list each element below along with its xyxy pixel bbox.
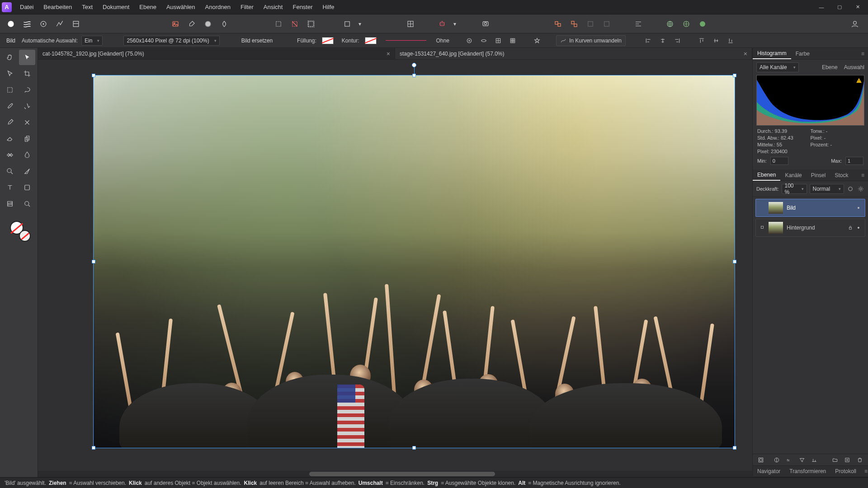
persona-tonemapping-icon[interactable] [52,18,67,30]
layer-row-bild[interactable]: Bild [755,199,865,217]
close-tab-2-icon[interactable]: × [744,50,747,57]
histogram-link-ebene[interactable]: Ebene [822,64,838,70]
resolution-dropdown[interactable]: 2560x1440 Pixel @ 72 dpi (100%) [123,36,219,46]
tab-navigator[interactable]: Navigator [753,466,785,477]
align-middle-icon[interactable] [711,36,722,46]
visible-dot-icon[interactable] [856,225,861,230]
add-layer-icon[interactable] [843,455,852,465]
menu-ebene[interactable]: Ebene [135,0,161,14]
healing-tool-icon[interactable] [2,147,18,163]
menu-ansicht[interactable]: Ansicht [259,0,288,14]
align-left-icon[interactable] [643,36,654,46]
convert-to-curves-button[interactable]: In Kurven umwandeln [556,35,626,46]
clone-tool-icon[interactable] [19,131,35,146]
document-tab-2[interactable]: stage-1531427_640.jpg [Geändert] (57.0%)… [395,48,752,59]
marquee-tool-icon[interactable] [2,82,18,98]
photo-tool-icon[interactable] [168,18,183,30]
assistant-icon[interactable] [435,18,449,30]
assets-boxes-b-icon[interactable] [567,18,581,30]
tab-stock[interactable]: Stock [830,169,853,181]
align-center-icon[interactable] [657,36,668,46]
star-icon[interactable] [532,36,542,46]
menu-auswaehlen[interactable]: Auswählen [162,0,200,14]
footer-panel-menu-icon[interactable]: ≡ [861,468,868,474]
selection-mode-b-icon[interactable] [288,18,302,30]
blend-mode-dropdown[interactable]: Normal [810,184,844,194]
document-tab-1[interactable]: cat-1045782_1920.jpg [Geändert] (75.0%) … [38,48,395,59]
picker-tool-icon[interactable] [184,18,199,30]
move-tool-icon[interactable] [19,50,35,65]
assistant-dropdown-icon[interactable]: ▾ [451,18,458,30]
flood-select-tool-icon[interactable] [19,99,35,114]
globe-mid-icon[interactable] [679,18,693,30]
assets-boxes-a-icon[interactable] [551,18,565,30]
paint-brush-tool-icon[interactable] [2,115,18,130]
window-maximize[interactable]: ▢ [831,0,848,14]
selection-mode-a-icon[interactable] [271,18,286,30]
visible-dot-icon[interactable] [856,205,861,211]
window-close[interactable]: ✕ [849,0,866,14]
crop-mode-icon[interactable] [340,18,354,30]
assets-boxes-disabled-icon[interactable] [583,18,598,30]
hide-selection-icon[interactable] [478,36,489,46]
histogram-panel-menu-icon[interactable]: ≡ [858,51,868,57]
shape-tool-icon[interactable] [19,180,35,195]
stroke-swatch[interactable] [365,37,377,44]
menu-anordnen[interactable]: Anordnen [201,0,235,14]
grid-icon[interactable] [493,36,504,46]
close-tab-1-icon[interactable]: × [387,50,390,57]
assets-boxes-disabled2-icon[interactable] [599,18,614,30]
node-tool-icon[interactable] [2,66,18,81]
selection-brush-tool-icon[interactable] [2,99,18,114]
align-right-icon[interactable] [672,36,683,46]
tab-farbe[interactable]: Farbe [791,48,814,59]
globe-dark-icon[interactable] [695,18,710,30]
menu-hilfe[interactable]: Hilfe [318,0,339,14]
blur-tool-icon[interactable] [19,147,35,163]
replace-image-button[interactable]: Bild ersetzen [238,36,276,46]
persona-photo-icon[interactable] [4,18,18,30]
grid-dense-icon[interactable] [507,36,518,46]
menu-text[interactable]: Text [77,0,97,14]
refine-tool-icon[interactable] [217,18,231,30]
persona-liquify-icon[interactable] [20,18,34,30]
layers-panel-menu-icon[interactable]: ≡ [858,172,868,178]
canvas[interactable] [38,60,752,471]
divide-tool-icon[interactable] [403,18,418,30]
menu-datei[interactable]: Datei [15,0,38,14]
color-swatch-widget[interactable] [2,215,35,244]
tab-kanaele[interactable]: Kanäle [780,169,806,181]
menu-dokument[interactable]: Dokument [98,0,134,14]
opacity-dropdown[interactable]: 100 % [782,184,807,194]
adjustment-icon[interactable] [773,455,782,465]
histogram-link-auswahl[interactable]: Auswahl [844,64,864,70]
hist-min-input[interactable] [770,157,788,165]
tab-pinsel[interactable]: Pinsel [807,169,830,181]
histogram-channel-dropdown[interactable]: Alle Kanäle [756,62,799,72]
selection-mode-c-icon[interactable] [304,18,318,30]
tab-transformieren[interactable]: Transformieren [785,466,830,477]
pen-tool-icon[interactable] [19,164,35,179]
color-replacement-tool-icon[interactable] [19,115,35,130]
lock-icon[interactable] [848,225,853,230]
blend-range-icon[interactable] [810,455,819,465]
menu-filter[interactable]: Filter [236,0,258,14]
fx-icon[interactable]: fx [785,455,794,465]
erase-tool-icon[interactable] [2,131,18,146]
align-bottom-icon[interactable] [725,36,736,46]
persona-export-icon[interactable] [69,18,83,30]
crop-dropdown-icon[interactable]: ▾ [356,18,363,30]
group-layers-icon[interactable] [830,455,840,465]
grid-warp-tool-icon[interactable] [2,196,18,211]
delete-layer-icon[interactable] [855,455,864,465]
account-icon[interactable] [847,18,863,30]
layer-fx-icon[interactable] [847,184,854,194]
layer-row-hintergrund[interactable]: Hintergrund [755,219,865,237]
align-icon[interactable] [631,18,646,30]
selection-frame[interactable] [93,75,735,448]
crop-tool-icon[interactable] [19,66,35,81]
menu-fenster[interactable]: Fenster [288,0,317,14]
zoom-tool-icon[interactable] [19,196,35,211]
live-filter-icon[interactable] [797,455,807,465]
menu-bearbeiten[interactable]: Bearbeiten [39,0,76,14]
